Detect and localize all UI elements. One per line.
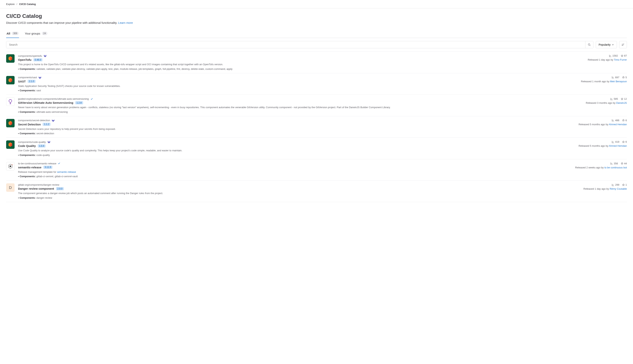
version-badge: 2.1.0 <box>28 80 36 83</box>
author-link[interactable]: Timo Furrer <box>614 58 627 61</box>
project-avatar[interactable] <box>6 140 15 149</box>
author-link[interactable]: Ahmed Hemdan <box>609 144 627 147</box>
project-avatar[interactable] <box>6 98 15 106</box>
item-title[interactable]: GitVersion Ultimate Auto Semversioning <box>18 101 73 104</box>
item-path-row: components/sast <box>18 76 577 79</box>
usage-stat: 697 <box>612 76 619 79</box>
item-body: gitlab-org/components/danger-review Dang… <box>18 183 580 199</box>
item-path[interactable]: gitlab-org/components/danger-review <box>18 183 59 186</box>
item-title[interactable]: Danger review component <box>18 187 54 190</box>
sort-direction-button[interactable] <box>619 41 627 48</box>
sort-dropdown[interactable]: Popularity <box>596 41 617 48</box>
author-link[interactable]: Meir Benayoun <box>610 80 627 83</box>
catalog-item: tbcto-be-continuous/semantic-release sem… <box>6 159 627 181</box>
star-stat[interactable]: 1 <box>622 183 627 186</box>
star-icon <box>622 76 625 79</box>
verified-check-icon <box>58 162 61 165</box>
catalog-item: components/code-quality Code Quality1.0.… <box>6 138 627 159</box>
star-icon <box>621 98 623 100</box>
version-badge: 3.11.5 <box>43 166 52 169</box>
item-path-row: components/secret-detection <box>18 119 575 122</box>
item-path[interactable]: to-be-continuous/semantic-release <box>18 162 56 165</box>
tab-label: All <box>7 32 10 35</box>
project-avatar[interactable] <box>6 76 15 84</box>
desc-link[interactable]: semantic-release <box>57 170 76 173</box>
learn-more-link[interactable]: Learn more <box>118 21 133 24</box>
tab-all[interactable]: All309 <box>6 30 19 38</box>
item-title[interactable]: semantic-release <box>18 166 42 169</box>
item-path-row: components/opentofu <box>18 54 584 57</box>
item-meta: 356 44 Released 2 weeks ago by to be con… <box>575 162 627 178</box>
catalog-item: guided-explorations/ci-components/ultima… <box>6 95 627 116</box>
star-stat[interactable]: 6 <box>622 119 627 122</box>
author-link[interactable]: Ahmed Hemdan <box>609 123 627 126</box>
breadcrumb: Explore / CI/CD Catalog <box>0 0 633 8</box>
author-link[interactable]: DarwinJS <box>616 102 627 104</box>
star-stat[interactable]: 87 <box>621 54 627 57</box>
gitlab-badge-icon <box>44 54 47 57</box>
chart-icon <box>609 54 612 57</box>
search-button[interactable] <box>585 41 593 48</box>
item-body: components/secret-detection Secret Detec… <box>18 119 575 135</box>
catalog-item: components/secret-detection Secret Detec… <box>6 116 627 138</box>
item-path[interactable]: guided-explorations/ci-components/ultima… <box>18 98 89 100</box>
gitlab-badge-icon <box>47 140 51 144</box>
item-path[interactable]: components/secret-detection <box>18 119 50 122</box>
usage-stat: 419 <box>612 140 619 143</box>
item-title[interactable]: Code Quality <box>18 144 36 148</box>
item-path[interactable]: components/sast <box>18 76 37 79</box>
breadcrumb-separator: / <box>17 3 17 6</box>
search-icon <box>588 43 590 46</box>
star-icon <box>622 184 625 186</box>
item-components: • Components: ultimate-auto-semversionin… <box>18 110 582 113</box>
item-components: • Components: sast <box>18 89 577 92</box>
item-meta: 585 12 Released 3 months ago by DarwinJS <box>586 98 627 113</box>
item-path-row: guided-explorations/ci-components/ultima… <box>18 98 582 100</box>
released-info: Released 1 month ago by Meir Benayoun <box>581 80 627 83</box>
catalog-item: components/opentofu OpenTofu0.46.0This p… <box>6 52 627 73</box>
tabs: All309Your groups24 <box>6 30 627 38</box>
star-stat[interactable]: 6 <box>622 140 627 143</box>
tab-count: 309 <box>12 32 19 35</box>
search-input[interactable] <box>6 41 585 48</box>
item-path-row: to-be-continuous/semantic-release <box>18 162 572 165</box>
author-link[interactable]: to be continuous bot <box>604 166 627 169</box>
star-stat[interactable]: 5 <box>622 76 627 79</box>
project-avatar[interactable] <box>6 119 15 127</box>
project-avatar[interactable] <box>6 54 15 63</box>
breadcrumb-explore[interactable]: Explore <box>6 3 15 6</box>
star-icon <box>622 140 625 143</box>
item-body: guided-explorations/ci-components/ultima… <box>18 98 582 113</box>
tab-your-groups[interactable]: Your groups24 <box>24 30 48 38</box>
usage-stat: 486 <box>612 119 619 122</box>
star-stat[interactable]: 44 <box>621 162 627 165</box>
item-path[interactable]: components/opentofu <box>18 54 42 57</box>
item-title[interactable]: SAST <box>18 80 26 83</box>
version-badge: 1.2.8 <box>75 101 83 104</box>
usage-stat: 356 <box>610 162 618 165</box>
svg-point-3 <box>10 166 11 167</box>
item-body: components/opentofu OpenTofu0.46.0This p… <box>18 54 584 70</box>
catalog-item: Dgitlab-org/components/danger-review Dan… <box>6 181 627 202</box>
item-description: This project is home to the OpenTofu CI/… <box>18 62 584 66</box>
project-avatar[interactable]: tbc <box>6 162 15 170</box>
released-info: Released 1 day ago by Timo Furrer <box>588 58 627 61</box>
tab-count: 24 <box>42 32 47 35</box>
item-title[interactable]: Secret Detection <box>18 123 41 126</box>
svg-text:tbc: tbc <box>12 164 13 165</box>
chart-icon <box>610 162 613 165</box>
catalog-item: components/sast SAST2.1.0Static Applicat… <box>6 73 627 95</box>
author-link[interactable]: Rémy Coutable <box>609 187 627 190</box>
item-description: Never have to worry about version genera… <box>18 106 582 109</box>
item-components: • Components: gitlab-ci-semrel, gitlab-c… <box>18 175 572 178</box>
item-body: components/sast SAST2.1.0Static Applicat… <box>18 76 577 92</box>
search-container <box>6 41 593 48</box>
star-stat[interactable]: 12 <box>621 98 627 100</box>
item-description: The component generates a danger-review … <box>18 192 580 195</box>
item-meta: 486 6 Released 5 months ago by Ahmed Hem… <box>578 119 627 135</box>
project-avatar[interactable]: D <box>6 183 15 192</box>
item-title[interactable]: OpenTofu <box>18 58 32 61</box>
verified-check-icon <box>90 98 93 100</box>
item-path[interactable]: components/code-quality <box>18 140 46 144</box>
item-body: to-be-continuous/semantic-release semant… <box>18 162 572 178</box>
